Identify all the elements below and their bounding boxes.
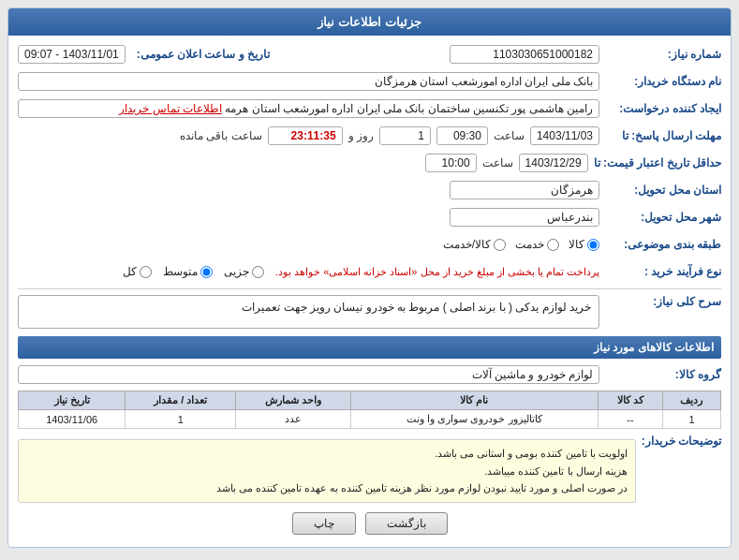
category-option-kala-khedmat[interactable]: کالا/خدمت xyxy=(443,238,506,251)
page-wrapper: جزئیات اطلاعات نیاز شماره نیاز: 11030306… xyxy=(0,0,739,560)
category-label: طبقه بندی موضوعی: xyxy=(599,238,721,251)
col-code: کد کالا xyxy=(598,391,662,410)
goods-group-value: لوازم خودرو و ماشین آلات xyxy=(18,365,599,384)
purchase-type-kol[interactable]: کل xyxy=(123,265,152,278)
response-deadline-label: مهلت ارسال پاسخ: تا xyxy=(599,129,721,142)
province-label: استان محل تحویل: xyxy=(599,184,721,197)
purchase-type-group: پرداخت تمام یا بخشی از مبلغ خرید از محل … xyxy=(18,265,599,278)
items-table: ردیف کد کالا نام کالا واحد شمارش تعداد /… xyxy=(18,391,721,429)
buyer-notes-value: اولویت با تامین کننده بومی و استانی می ب… xyxy=(18,439,636,503)
response-deadline-remaining: 23:11:35 xyxy=(268,126,343,145)
hour-label: ساعت xyxy=(494,129,525,142)
validity-date: 1403/12/29 xyxy=(519,154,588,172)
row-province: استان محل تحویل: هرمزگان xyxy=(18,179,721,201)
divider-1 xyxy=(18,288,721,289)
creator-contact-link[interactable]: اطلاعات تماس خریدار xyxy=(119,102,222,115)
col-name: نام کالا xyxy=(350,391,598,410)
description-label: سرح کلی نیاز: xyxy=(599,295,721,308)
table-cell-quantity: 1 xyxy=(126,410,236,429)
card-body: شماره نیاز: 1103030651000182 تاریخ و ساع… xyxy=(8,36,731,547)
need-number-value: 1103030651000182 xyxy=(450,45,599,64)
day-label: روز و xyxy=(348,129,374,142)
validity-time: 10:00 xyxy=(425,154,477,172)
category-option-khedmat[interactable]: خدمت xyxy=(515,238,559,251)
buyer-notes-label: توضیحات خریدار: xyxy=(636,435,721,448)
validity-label: حداقل تاریخ اعتبار قیمت: تا xyxy=(588,156,721,169)
category-radio-group: کالا خدمت کالا/خدمت xyxy=(18,238,599,251)
row-buyer-org: نام دستگاه خریدار: بانک ملی ایران اداره … xyxy=(18,70,721,93)
table-cell-unit: عدد xyxy=(236,410,351,429)
items-table-section: ردیف کد کالا نام کالا واحد شمارش تعداد /… xyxy=(18,391,721,429)
row-category: طبقه بندی موضوعی: کالا خدمت کالا/خدمت xyxy=(18,233,721,256)
main-card: جزئیات اطلاعات نیاز شماره نیاز: 11030306… xyxy=(7,7,732,548)
col-date: تاریخ نیاز xyxy=(19,391,126,410)
table-header-row: ردیف کد کالا نام کالا واحد شمارش تعداد /… xyxy=(19,391,721,410)
validity-hour-label: ساعت xyxy=(482,156,513,169)
row-response-deadline: مهلت ارسال پاسخ: تا 1403/11/03 ساعت 09:3… xyxy=(18,125,721,147)
card-header: جزئیات اطلاعات نیاز xyxy=(8,8,731,36)
response-deadline-time: 09:30 xyxy=(436,126,488,145)
goods-group-label: گروه کالا: xyxy=(599,368,721,381)
buyer-notes-line: اولویت با تامین کننده بومی و استانی می ب… xyxy=(26,445,628,463)
buttons-row: بازگشت چاپ xyxy=(18,512,721,535)
purchase-type-label: نوع فرآیند خرید : xyxy=(599,265,721,278)
remaining-label: ساعت باقی مانده xyxy=(180,129,262,142)
datetime-value: 1403/11/01 - 09:07 xyxy=(18,45,126,64)
row-goods-group: گروه کالا: لوازم خودرو و ماشین آلات xyxy=(18,363,721,386)
response-deadline-days: 1 xyxy=(379,126,431,145)
row-validity: حداقل تاریخ اعتبار قیمت: تا 1403/12/29 س… xyxy=(18,152,721,174)
row-creator: ایجاد کننده درخواست: رامین هاشمی پور تکن… xyxy=(18,97,721,120)
col-quantity: تعداد / مقدار xyxy=(126,391,236,410)
description-value: خرید لوازم یدکی ( با برند اصلی ) مربوط ب… xyxy=(18,295,599,329)
table-cell-row: 1 xyxy=(662,410,720,429)
city-value: بندرعباس xyxy=(450,208,599,227)
items-tbody: 1--کاتالیزور خودروی سواری وا ونتعدد11403… xyxy=(19,410,721,429)
row-need-number: شماره نیاز: 1103030651000182 تاریخ و ساع… xyxy=(18,43,721,66)
province-value: هرمزگان xyxy=(450,181,599,199)
buyer-org-label: نام دستگاه خریدار: xyxy=(599,75,721,88)
datetime-label: تاریخ و ساعت اعلان عمومی: xyxy=(131,48,270,61)
creator-value: رامین هاشمی پور تکنسین ساختمان بانک ملی … xyxy=(18,99,599,118)
print-button[interactable]: چاپ xyxy=(292,512,356,535)
table-cell-name: کاتالیزور خودروی سواری وا ونت xyxy=(350,410,598,429)
col-row-number: ردیف xyxy=(662,391,720,410)
table-cell-code: -- xyxy=(598,410,662,429)
category-option-kala[interactable]: کالا xyxy=(569,238,599,251)
table-cell-date: 1403/11/06 xyxy=(19,410,126,429)
table-row: 1--کاتالیزور خودروی سواری وا ونتعدد11403… xyxy=(19,410,721,429)
response-deadline-date: 1403/11/03 xyxy=(530,126,599,145)
row-city: شهر محل تحویل: بندرعباس xyxy=(18,206,721,228)
city-label: شهر محل تحویل: xyxy=(599,211,721,224)
buyer-notes-line: در صورت اصلی و مورد تایید نبودن لوازم مو… xyxy=(26,479,628,497)
goods-section-header: اطلاعات کالاهای مورد نیاز xyxy=(18,336,721,359)
purchase-type-motevaset[interactable]: متوسط xyxy=(163,265,213,278)
back-button[interactable]: بازگشت xyxy=(365,512,448,535)
row-purchase-type: نوع فرآیند خرید : پرداخت تمام یا بخشی از… xyxy=(18,260,721,283)
row-description: سرح کلی نیاز: خرید لوازم یدکی ( با برند … xyxy=(18,295,721,329)
creator-label: ایجاد کننده درخواست: xyxy=(599,102,721,115)
row-buyer-notes: توضیحات خریدار: اولویت با تامین کننده بو… xyxy=(18,435,721,503)
purchase-type-jozi[interactable]: جزیی xyxy=(224,265,264,278)
buyer-org-value: بانک ملی ایران اداره امورشعب استان هرمزگ… xyxy=(18,72,599,91)
purchase-type-note: پرداخت تمام یا بخشی از مبلغ خرید از محل … xyxy=(275,266,599,278)
buyer-notes-line: هزینه ارسال با تامین کننده میباشد. xyxy=(26,463,628,480)
page-title: جزئیات اطلاعات نیاز xyxy=(318,15,421,29)
col-unit: واحد شمارش xyxy=(236,391,351,410)
need-number-label: شماره نیاز: xyxy=(599,48,721,61)
